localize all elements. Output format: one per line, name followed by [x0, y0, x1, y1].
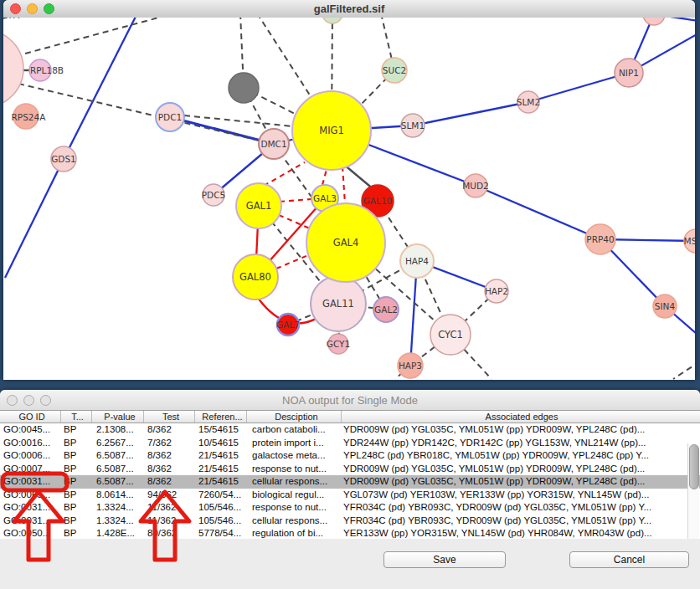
cell-type: BP: [61, 489, 92, 502]
edge[interactable]: [264, 162, 305, 186]
cell-reference: 10/54615: [195, 437, 247, 450]
window-title: NOA output for Single Mode: [0, 394, 700, 407]
cell-go-id: GO:0016...: [0, 437, 61, 450]
cell-go-id: GO:0031...: [0, 475, 61, 489]
cell-go-id: GO:0065...: [0, 489, 61, 502]
node-label: SLM2: [517, 97, 540, 107]
cell-test: 8/362: [144, 449, 195, 463]
cell-p-value: 6.5087...: [92, 475, 144, 489]
cancel-button[interactable]: Cancel: [569, 551, 689, 568]
table-body: GO:0045... BP 2.1308... 8/362 15/54615 c…: [0, 423, 700, 540]
table-row[interactable]: GO:0016... BP 6.2567... 7/362 10/54615 p…: [0, 437, 700, 450]
column-header-go-id[interactable]: GO ID: [0, 411, 61, 423]
cell-go-id: GO:0006...: [0, 449, 61, 463]
table-row[interactable]: GO:0031... BP 1.3324... 11/362 105/546..…: [0, 515, 700, 528]
table-row[interactable]: GO:0031... BP 1.3324... 11/362 105/546..…: [0, 501, 700, 515]
node-label: 17A: [3, 18, 20, 20]
cell-test: 7/362: [144, 437, 195, 450]
node-label: GDS1: [51, 154, 76, 164]
table-row[interactable]: GO:0065... BP 8.0614... 94/362 7260/54..…: [0, 489, 700, 502]
table-row[interactable]: GO:0007... BP 6.5087... 8/362 21/54615 r…: [0, 463, 700, 476]
column-header-description[interactable]: Desciption: [247, 411, 342, 423]
node-label: PRP40: [586, 234, 614, 244]
cell-go-id: GO:0007...: [0, 463, 61, 476]
node-unnamed-left[interactable]: [3, 30, 23, 107]
node-label: GAL1: [246, 200, 272, 212]
node-label: HAP3: [399, 361, 422, 371]
node-unnamed-gray[interactable]: [229, 73, 259, 103]
network-canvas[interactable]: 17A RPL18B RPS24A GDS1 PDC1 DMC1 SUC2 SL…: [3, 18, 695, 380]
scrollbar-thumb[interactable]: [689, 444, 699, 489]
cell-go-id: GO:0031...: [0, 501, 61, 515]
edge[interactable]: [25, 18, 174, 54]
cell-description: galactose meta...: [247, 449, 342, 463]
table-row[interactable]: GO:0006... BP 6.5087... 8/362 21/54615 g…: [0, 449, 700, 463]
node-label: MUD2: [462, 181, 489, 191]
edge[interactable]: [528, 73, 629, 102]
cell-associated-edges: YGL073W (pd) YER103W, YER133W (pp) YOR31…: [342, 489, 700, 502]
node-label: HAP2: [485, 286, 508, 296]
column-header-test[interactable]: Test: [144, 411, 195, 423]
node-label: RPL18B: [30, 65, 64, 75]
edge[interactable]: [413, 102, 528, 125]
cell-p-value: 1.3324...: [92, 515, 144, 528]
edge[interactable]: [5, 159, 64, 278]
cell-test: 11/362: [144, 501, 195, 515]
cell-reference: 105/546...: [195, 515, 247, 528]
cell-type: BP: [61, 501, 92, 515]
node-top-cut[interactable]: [322, 18, 342, 23]
edge[interactable]: [279, 215, 311, 229]
table-header: GO ID T... P-value Test Referen... Desci…: [0, 410, 700, 423]
cell-type: BP: [61, 423, 92, 437]
cell-reference: 15/54615: [195, 423, 247, 437]
cell-description: carbon cataboli...: [247, 423, 342, 437]
cell-type: BP: [61, 449, 92, 463]
cell-go-id: GO:0045...: [0, 423, 61, 437]
column-header-reference[interactable]: Referen...: [195, 411, 247, 423]
node-label: RPS24A: [12, 112, 47, 122]
node-label: GAL2: [374, 305, 398, 315]
column-header-type[interactable]: T...: [61, 411, 92, 423]
column-header-associated-edges[interactable]: Associated edges: [342, 411, 700, 423]
edge[interactable]: [673, 361, 695, 379]
node-label: GAL10: [363, 196, 393, 206]
cell-go-id: GO:0031...: [0, 515, 61, 528]
cell-associated-edges: YFR034C (pd) YBR093C, YDR009W (pd) YGL03…: [342, 515, 700, 528]
node-label: HAP4: [405, 256, 429, 266]
cell-test: 11/362: [144, 515, 195, 528]
cell-type: BP: [61, 515, 92, 528]
cell-description: cellular respons...: [247, 475, 342, 489]
node-label: DMC1: [260, 139, 286, 149]
cell-test: 8/362: [144, 423, 195, 437]
network-window-titlebar[interactable]: galFiltered.sif: [3, 0, 695, 18]
node-label: NIP1: [619, 68, 639, 78]
edge[interactable]: [342, 166, 345, 203]
node-label: SLM1: [401, 120, 425, 131]
node-label: PDC5: [202, 190, 225, 200]
node-topright-cut[interactable]: [643, 18, 665, 25]
edge[interactable]: [280, 199, 311, 202]
node-label: CYC1: [438, 329, 463, 341]
cell-p-value: 1.3324...: [92, 501, 144, 515]
noa-window-titlebar[interactable]: NOA output for Single Mode: [0, 390, 700, 411]
save-button[interactable]: Save: [383, 551, 506, 568]
cell-test: 94/362: [144, 489, 195, 502]
edge[interactable]: [476, 186, 600, 239]
noa-output-window: NOA output for Single Mode GO ID T... P-…: [0, 390, 700, 589]
table-row-selected[interactable]: GO:0031... BP 6.5087... 8/362 21/54615 c…: [0, 475, 700, 489]
window-title: galFiltered.sif: [3, 3, 695, 15]
cell-description: response to nut...: [247, 501, 342, 515]
node-label: GCY1: [327, 339, 350, 349]
node-label: GAL11: [322, 298, 354, 310]
node-label: GAL80: [239, 271, 271, 283]
node-label: SIN4: [655, 301, 676, 311]
edge[interactable]: [64, 18, 142, 159]
network-window: galFiltered.sif: [3, 0, 695, 380]
cell-test: 8/362: [144, 475, 195, 489]
column-header-p-value[interactable]: P-value: [92, 411, 144, 423]
cell-description: protein import i...: [247, 437, 342, 450]
edge[interactable]: [257, 18, 317, 105]
cell-associated-edges: YDR244W (pp) YDR142C, YDR142C (pp) YGL15…: [342, 437, 700, 450]
cell-p-value: 6.5087...: [92, 463, 144, 476]
table-row[interactable]: GO:0045... BP 2.1308... 8/362 15/54615 c…: [0, 423, 700, 437]
